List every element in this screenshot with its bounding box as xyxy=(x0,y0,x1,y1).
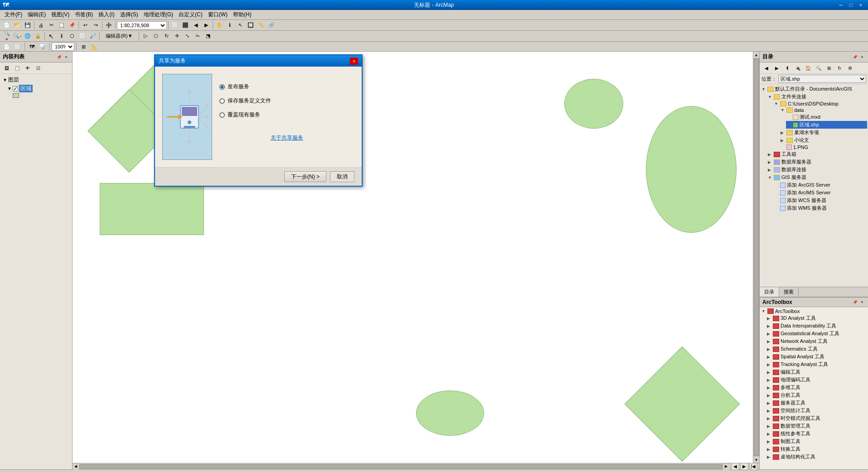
catalog-gis-server[interactable]: ▼ GIS 服务器 xyxy=(767,173,867,181)
zoom-combo[interactable]: 100% xyxy=(52,43,74,51)
catalog-toolbox[interactable]: ▶ 工具箱 xyxy=(767,150,867,158)
tool-cartography[interactable]: ▶ 制图工具 xyxy=(761,438,867,445)
tool-tracking[interactable]: ▶ Tracking Analyst 工具 xyxy=(761,361,867,368)
tool-datamgmt[interactable]: ▶ 数据管理工具 xyxy=(761,422,867,430)
go-back-btn[interactable]: ◀ xyxy=(191,21,201,30)
catalog-png[interactable]: 1.PNG xyxy=(780,144,867,150)
arctoolbox-root[interactable]: ▼ ArcToolbox xyxy=(761,308,867,314)
close-button[interactable]: × xyxy=(856,1,865,9)
editor-dropdown[interactable]: 编辑器(R)▼ xyxy=(101,32,137,41)
copy-btn[interactable]: 📋 xyxy=(57,21,67,30)
reshape-btn[interactable]: ⬔ xyxy=(203,32,213,41)
scroll-left-btn[interactable]: ◀ xyxy=(73,463,79,470)
tool-analysis[interactable]: ▶ 分析工具 xyxy=(761,391,867,399)
contents-close[interactable]: × xyxy=(63,54,69,60)
go-forward-btn[interactable]: ▶ xyxy=(201,21,211,30)
maximize-button[interactable]: □ xyxy=(846,1,855,9)
catalog-wms-server[interactable]: 添加 WMS 服务器 xyxy=(773,204,867,212)
info-btn[interactable]: ℹ xyxy=(57,32,67,41)
catalog-search[interactable]: 🔍 xyxy=(814,63,824,72)
layer-checkbox[interactable]: ✓ xyxy=(13,86,18,92)
catalog-up[interactable]: ⬆ xyxy=(782,63,792,72)
clear-select-btn[interactable]: 🔲 xyxy=(246,21,256,30)
fix-scale-btn[interactable]: 🔒 xyxy=(33,32,43,41)
map-hscroll[interactable]: ◀ ▶ ◀ ▶ |◀ xyxy=(73,463,759,469)
menu-insert[interactable]: 插入(I) xyxy=(96,10,117,19)
catalog-pin[interactable]: 📌 xyxy=(852,54,858,60)
catalog-shp-file[interactable]: 区域.shp xyxy=(786,121,867,129)
catalog-arcims-server[interactable]: 添加 ArcIMS Server xyxy=(773,189,867,197)
list-by-source[interactable]: 📋 xyxy=(12,63,22,72)
dataview-btn[interactable]: 📊 xyxy=(38,42,48,51)
tool-multidim[interactable]: ▶ 多维工具 xyxy=(761,384,867,391)
option-overwrite[interactable]: 覆盖现有服务 xyxy=(219,111,354,119)
tool-3d[interactable]: ▶ 3D Analyst 工具 xyxy=(761,314,867,322)
first-page-btn[interactable]: |◀ xyxy=(749,463,757,470)
menu-help[interactable]: 帮助(H) xyxy=(230,10,254,19)
select-feature[interactable]: ⬜ xyxy=(78,32,87,41)
catalog-paper[interactable]: ▶ 小论文 xyxy=(780,136,867,144)
menu-view[interactable]: 视图(V) xyxy=(48,10,72,19)
new-btn[interactable]: 📄 xyxy=(2,21,12,30)
menu-file[interactable]: 文件(F) xyxy=(2,10,25,19)
share-link-anchor[interactable]: 关于共享服务 xyxy=(271,135,303,141)
layer-group[interactable]: ▼ ✓ 区域 xyxy=(6,84,70,93)
catalog-wcs-server[interactable]: 添加 WCS 服务器 xyxy=(773,197,867,204)
pan-btn[interactable]: ✋ xyxy=(214,21,224,30)
list-by-sel[interactable]: ☑ xyxy=(33,63,43,72)
menu-customize[interactable]: 自定义(C) xyxy=(176,10,205,19)
tab-search[interactable]: 搜索 xyxy=(779,287,799,297)
catalog-forward[interactable]: ▶ xyxy=(772,63,782,72)
radio-overwrite[interactable] xyxy=(219,112,225,118)
menu-window[interactable]: 窗口(W) xyxy=(205,10,230,19)
edit-vertex[interactable]: ⬡ xyxy=(67,32,77,41)
tool-terrain[interactable]: ▶ 桌地结构化工具 xyxy=(761,453,867,461)
tool-spacetime[interactable]: ▶ 时空模式挖掘工具 xyxy=(761,414,867,422)
print-btn[interactable]: 🖨 xyxy=(36,21,46,30)
zoom-full-btn[interactable]: ⬜ xyxy=(170,21,180,30)
catalog-chaohu[interactable]: ▶ 巢湖水专项 xyxy=(780,129,867,136)
zoom-out-btn[interactable]: 🔍- xyxy=(12,32,22,41)
identify-btn[interactable]: ℹ xyxy=(225,21,235,30)
edit-tool2[interactable]: ⬡ xyxy=(151,32,161,41)
find-btn[interactable]: 🔎 xyxy=(88,32,98,41)
scroll-right-btn[interactable]: ▶ xyxy=(723,463,729,470)
ruler-btn[interactable]: 📐 xyxy=(89,42,99,51)
select-btn[interactable]: ↖ xyxy=(235,21,245,30)
option-save-def[interactable]: 保存服务定义文件 xyxy=(219,97,354,105)
dialog-close-btn[interactable]: × xyxy=(350,58,358,65)
menu-geoprocessing[interactable]: 地理处理(G) xyxy=(141,10,176,19)
catalog-db-server[interactable]: ▶ 数据库服务器 xyxy=(767,158,867,166)
menu-bookmark[interactable]: 书签(B) xyxy=(72,10,96,19)
zoom-in-btn[interactable]: 🔍+ xyxy=(2,32,12,41)
mapview-btn[interactable]: 🗺 xyxy=(27,42,37,51)
select-arrow[interactable]: ↖ xyxy=(46,32,56,41)
catalog-data-folder[interactable]: ▼ data xyxy=(780,107,867,113)
list-by-drawing[interactable]: 🖼 xyxy=(2,63,12,72)
grid-btn[interactable]: ⊞ xyxy=(78,42,88,51)
list-by-vis[interactable]: 👁 xyxy=(23,63,33,72)
sketch-tool[interactable]: ▷ xyxy=(141,32,150,41)
catalog-arcgis-server[interactable]: 添加 ArcGIS Server xyxy=(773,181,867,189)
save-btn[interactable]: 💾 xyxy=(23,21,33,30)
menu-select[interactable]: 选择(S) xyxy=(117,10,141,19)
catalog-connect[interactable]: 🔌 xyxy=(793,63,803,72)
radio-publish[interactable] xyxy=(219,84,225,90)
arctoolbox-close[interactable]: × xyxy=(859,299,865,305)
catalog-root[interactable]: ▼ 默认工作目录 - Documents\ArcGIS xyxy=(761,85,867,93)
tab-catalog[interactable]: 目录 xyxy=(760,287,779,297)
tool-spatial[interactable]: ▶ Spatial Analyst 工具 xyxy=(761,353,867,361)
split-btn[interactable]: ✁ xyxy=(193,32,203,41)
add-data-btn[interactable]: ➕ xyxy=(104,21,114,30)
catalog-folder-connections[interactable]: ▼ 文件夹连接 xyxy=(767,93,867,101)
hyperlink-btn[interactable]: 🔗 xyxy=(267,21,276,30)
tool-conversion[interactable]: ▶ 转换工具 xyxy=(761,445,867,453)
catalog-desktop-folder[interactable]: ▼ C:\Users\DSP\Desktop xyxy=(773,101,867,107)
paste-btn[interactable]: 📌 xyxy=(67,21,77,30)
globe-btn[interactable]: 🌐 xyxy=(23,32,33,41)
contents-pin[interactable]: 📌 xyxy=(56,54,62,60)
open-btn[interactable]: 📂 xyxy=(12,21,22,30)
layout-btn[interactable]: 📄 xyxy=(2,42,12,51)
catalog-table[interactable]: ⊞ xyxy=(824,63,834,72)
layout-btn2[interactable]: ⬜ xyxy=(13,42,23,51)
